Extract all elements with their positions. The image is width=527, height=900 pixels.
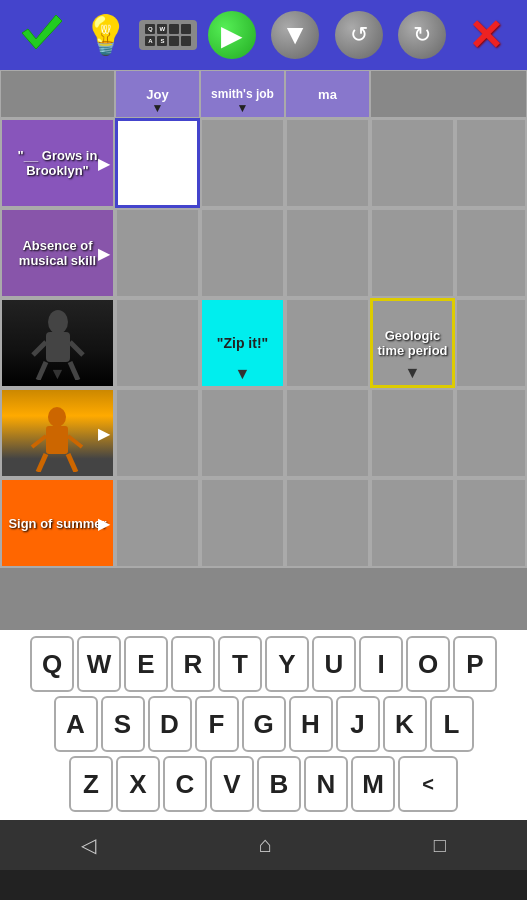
key-S[interactable]: S <box>101 696 145 752</box>
cell-r3c5[interactable]: Geologic time period ▼ <box>370 298 455 388</box>
key-Y[interactable]: Y <box>265 636 309 692</box>
svg-line-6 <box>70 342 83 355</box>
cell-r2c4[interactable] <box>285 208 370 298</box>
svg-rect-2 <box>46 332 70 362</box>
nav-back-button[interactable]: ◁ <box>81 833 96 857</box>
key-L[interactable]: L <box>430 696 474 752</box>
cell-r2c1-text: Absence of musical skill <box>2 210 113 296</box>
cell-r1c1[interactable]: "__ Grows in Brooklyn" ▶ <box>0 118 115 208</box>
key-D[interactable]: D <box>148 696 192 752</box>
svg-line-3 <box>38 362 46 380</box>
close-icon: ✕ <box>468 11 503 60</box>
cell-r5c1[interactable]: Sign of summer ▶ <box>0 478 115 568</box>
key-V[interactable]: V <box>210 756 254 812</box>
key-K[interactable]: K <box>383 696 427 752</box>
key-H[interactable]: H <box>289 696 333 752</box>
key-B[interactable]: B <box>257 756 301 812</box>
cell-r2c5[interactable] <box>370 208 455 298</box>
cell-r2c3[interactable] <box>200 208 285 298</box>
cell-r1c3[interactable] <box>200 118 285 208</box>
cell-r5c3[interactable] <box>200 478 285 568</box>
cell-r2c1-arrow: ▶ <box>98 244 110 263</box>
key-O[interactable]: O <box>406 636 450 692</box>
cell-r3c3[interactable]: "Zip it!" ▼ <box>200 298 285 388</box>
col-header-joy-arrow: ▼ <box>152 101 164 115</box>
svg-point-7 <box>48 407 66 427</box>
key-backspace[interactable]: < <box>398 756 458 812</box>
cell-r1c1-text: "__ Grows in Brooklyn" <box>2 120 113 206</box>
nav-home-icon: ⌂ <box>258 832 271 857</box>
cell-r1c5[interactable] <box>370 118 455 208</box>
cell-r4c4[interactable] <box>285 388 370 478</box>
cell-r1c4[interactable] <box>285 118 370 208</box>
key-W[interactable]: W <box>77 636 121 692</box>
cell-r3c4[interactable] <box>285 298 370 388</box>
keyboard-row-2: A S D F G H J K L <box>4 696 523 752</box>
col-header-joy: Joy ▼ <box>115 70 200 118</box>
key-R[interactable]: R <box>171 636 215 692</box>
key-Z[interactable]: Z <box>69 756 113 812</box>
cell-r5c6[interactable] <box>455 478 527 568</box>
key-Q[interactable]: Q <box>30 636 74 692</box>
nav-bar: ◁ ⌂ □ <box>0 820 527 870</box>
cell-r2c1[interactable]: Absence of musical skill ▶ <box>0 208 115 298</box>
bulb-icon: 💡 <box>82 13 129 57</box>
svg-line-9 <box>38 454 46 472</box>
cell-r5c1-arrow: ▶ <box>98 514 110 533</box>
close-button[interactable]: ✕ <box>459 9 511 61</box>
undo-icon: ↺ <box>335 11 383 59</box>
keyboard: Q W E R T Y U I O P A S D F G H J K L Z … <box>0 630 527 820</box>
cell-r2c6[interactable] <box>455 208 527 298</box>
cell-r5c2[interactable] <box>115 478 200 568</box>
cell-r5c5[interactable] <box>370 478 455 568</box>
keyboard-row-3: Z X C V B N M < <box>4 756 523 812</box>
col-header-ma-label: ma <box>318 87 337 102</box>
hint-button[interactable]: 💡 <box>79 9 131 61</box>
key-I[interactable]: I <box>359 636 403 692</box>
forward-icon: ▶ <box>208 11 256 59</box>
cell-r1c6[interactable] <box>455 118 527 208</box>
key-U[interactable]: U <box>312 636 356 692</box>
cell-r3c3-arrow: ▼ <box>235 365 251 383</box>
cell-r2c2[interactable] <box>115 208 200 298</box>
cell-r5c4[interactable] <box>285 478 370 568</box>
down-button[interactable]: ▼ <box>269 9 321 61</box>
cell-r4c1[interactable]: ▶ <box>0 388 115 478</box>
cell-r4c6[interactable] <box>455 388 527 478</box>
keyboard-row-1: Q W E R T Y U I O P <box>4 636 523 692</box>
key-J[interactable]: J <box>336 696 380 752</box>
down-icon: ▼ <box>271 11 319 59</box>
key-C[interactable]: C <box>163 756 207 812</box>
key-E[interactable]: E <box>124 636 168 692</box>
key-P[interactable]: P <box>453 636 497 692</box>
key-N[interactable]: N <box>304 756 348 812</box>
nav-home-button[interactable]: ⌂ <box>258 832 271 858</box>
cell-r4c3[interactable] <box>200 388 285 478</box>
svg-point-1 <box>48 310 68 334</box>
nav-back-icon: ◁ <box>81 834 96 856</box>
col-header-extra <box>370 70 527 118</box>
key-X[interactable]: X <box>116 756 160 812</box>
key-G[interactable]: G <box>242 696 286 752</box>
cell-r1c2[interactable] <box>115 118 200 208</box>
nav-recents-button[interactable]: □ <box>434 834 446 857</box>
cell-r3c6[interactable] <box>455 298 527 388</box>
forward-button[interactable]: ▶ <box>206 9 258 61</box>
main-grid: "__ Grows in Brooklyn" ▶ Absence of musi… <box>0 118 527 568</box>
key-M[interactable]: M <box>351 756 395 812</box>
cell-r3c2[interactable] <box>115 298 200 388</box>
toolbar: 💡 Q W A S ▶ ▼ ↺ ↻ ✕ <box>0 0 527 70</box>
svg-line-10 <box>68 454 76 472</box>
keyboard-button[interactable]: Q W A S <box>142 9 194 61</box>
cell-r4c5[interactable] <box>370 388 455 478</box>
cell-r4c2[interactable] <box>115 388 200 478</box>
cell-r5c1-text: Sign of summer <box>2 480 113 566</box>
undo-button[interactable]: ↺ <box>333 9 385 61</box>
column-headers: Joy ▼ smith's job ▼ ma <box>0 70 527 118</box>
key-A[interactable]: A <box>54 696 98 752</box>
check-button[interactable] <box>16 9 68 61</box>
redo-button[interactable]: ↻ <box>396 9 448 61</box>
key-T[interactable]: T <box>218 636 262 692</box>
cell-r3c1[interactable]: ▼ <box>0 298 115 388</box>
key-F[interactable]: F <box>195 696 239 752</box>
